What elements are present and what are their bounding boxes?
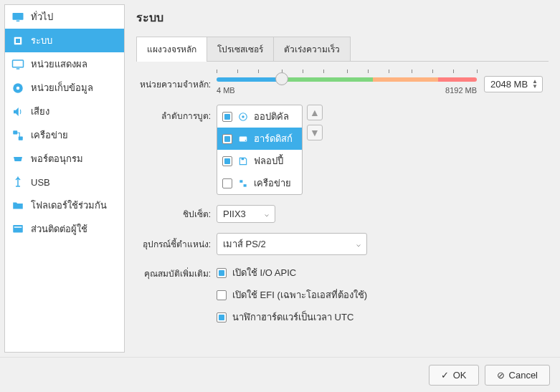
harddisk-icon xyxy=(237,133,249,145)
tab-acceleration[interactable]: ตัวเร่งความเร็ว xyxy=(273,37,351,61)
cancel-button[interactable]: ⊘ Cancel xyxy=(485,365,550,386)
checkbox[interactable] xyxy=(217,290,227,300)
boot-row: ลำดับการบูต: ออปติคัล ฮาร์ดดิสก์ xyxy=(136,105,543,195)
usb-icon xyxy=(11,175,25,189)
checkbox[interactable] xyxy=(217,312,227,322)
footer: ✓ OK ⊘ Cancel xyxy=(0,357,560,392)
extended-label: คุณสมบัติเพิ่มเติม: xyxy=(136,265,217,280)
cancel-icon: ⊘ xyxy=(497,370,505,381)
svg-rect-4 xyxy=(13,60,24,67)
tabs: แผงวงจรหลัก โปรเซสเซอร์ ตัวเร่งความเร็ว xyxy=(136,37,549,62)
network-boot-icon xyxy=(237,178,249,189)
cancel-label: Cancel xyxy=(509,370,538,381)
sidebar-label: ระบบ xyxy=(31,33,52,48)
boot-item-harddisk[interactable]: ฮาร์ดดิสก์ xyxy=(217,128,302,150)
svg-rect-10 xyxy=(13,225,23,233)
slider-thumb[interactable] xyxy=(275,72,288,85)
tab-content: หน่วยความจำหลัก: 4 MB 8192 MB 2048 MB xyxy=(136,62,549,348)
boot-checkbox[interactable] xyxy=(222,156,232,166)
chipset-value: PIIX3 xyxy=(223,209,246,219)
sidebar-item-network[interactable]: เครือข่าย xyxy=(5,123,124,147)
sidebar-item-shared[interactable]: โฟลเดอร์ใช้ร่วมกัน xyxy=(5,193,124,217)
memory-min: 4 MB xyxy=(217,86,235,95)
svg-point-7 xyxy=(16,86,20,90)
chevron-down-icon: ⌵ xyxy=(265,210,269,218)
sidebar-label: ส่วนติดต่อผู้ใช้ xyxy=(31,221,87,236)
sidebar-item-serial[interactable]: พอร์ตอนุกรม xyxy=(5,147,124,171)
optical-icon xyxy=(237,111,249,123)
svg-rect-9 xyxy=(19,136,23,140)
boot-label: ลำดับการบูต: xyxy=(136,105,217,123)
boot-move-down-button[interactable]: ▼ xyxy=(307,125,323,140)
boot-item-label: ฮาร์ดดิสก์ xyxy=(254,131,293,146)
svg-rect-16 xyxy=(242,158,245,160)
tab-motherboard[interactable]: แผงวงจรหลัก xyxy=(136,37,207,61)
floppy-icon xyxy=(237,156,249,167)
svg-point-13 xyxy=(242,115,245,118)
pointing-value: เมาส์ PS/2 xyxy=(223,236,266,252)
boot-checkbox[interactable] xyxy=(222,134,232,144)
boot-item-label: ฟลอปปี้ xyxy=(254,153,283,168)
svg-rect-0 xyxy=(13,13,24,20)
svg-rect-1 xyxy=(16,20,20,21)
utc-label: นาฬิกาฮาร์ดแวร์เป็นเวลา UTC xyxy=(232,310,353,325)
sidebar-label: โฟลเดอร์ใช้ร่วมกัน xyxy=(31,198,107,213)
check-icon: ✓ xyxy=(441,370,449,381)
sidebar-item-system[interactable]: ระบบ xyxy=(5,29,124,52)
svg-rect-5 xyxy=(16,68,20,70)
sidebar-label: หน่วยแสดงผล xyxy=(31,57,87,72)
tab-processor[interactable]: โปรเซสเซอร์ xyxy=(207,37,274,61)
efi-label: เปิดใช้ EFI (เฉพาะโอเอสที่ต้องใช้) xyxy=(232,287,367,302)
sidebar-item-display[interactable]: หน่วยแสดงผล xyxy=(5,52,124,76)
boot-item-label: เครือข่าย xyxy=(254,176,291,191)
ui-icon xyxy=(11,222,25,236)
boot-order-list[interactable]: ออปติคัล ฮาร์ดดิสก์ ฟลอปปี้ xyxy=(217,105,303,195)
sidebar-label: หน่วยเก็บข้อมูล xyxy=(31,80,93,95)
extended-row: คุณสมบัติเพิ่มเติม: เปิดใช้ I/O APIC เปิ… xyxy=(136,265,543,332)
boot-item-network[interactable]: เครือข่าย xyxy=(217,172,302,194)
boot-checkbox[interactable] xyxy=(222,112,232,122)
ioapic-checkbox-row[interactable]: เปิดใช้ I/O APIC xyxy=(217,265,367,280)
sidebar-label: เครือข่าย xyxy=(31,128,68,143)
utc-checkbox-row[interactable]: นาฬิกาฮาร์ดแวร์เป็นเวลา UTC xyxy=(217,310,367,325)
svg-rect-11 xyxy=(14,226,22,228)
sidebar-item-ui[interactable]: ส่วนติดต่อผู้ใช้ xyxy=(5,217,124,241)
network-icon xyxy=(11,128,25,143)
memory-value: 2048 MB xyxy=(489,79,528,90)
ok-button[interactable]: ✓ OK xyxy=(429,365,479,386)
sidebar-label: ทั่วไป xyxy=(31,9,53,24)
sidebar-item-storage[interactable]: หน่วยเก็บข้อมูล xyxy=(5,76,124,100)
chipset-select[interactable]: PIIX3 ⌵ xyxy=(217,205,275,223)
ioapic-label: เปิดใช้ I/O APIC xyxy=(232,265,296,280)
ok-label: OK xyxy=(453,370,467,381)
chipset-label: ชิปเซ็ต: xyxy=(136,207,217,221)
boot-item-optical[interactable]: ออปติคัล xyxy=(217,105,302,128)
sidebar: ทั่วไป ระบบ หน่วยแสดงผล หน่วยเก็บข้อมูล … xyxy=(4,4,125,353)
spinbox-arrows[interactable]: ▲▼ xyxy=(532,79,538,89)
memory-slider[interactable]: 4 MB 8192 MB xyxy=(217,73,477,95)
boot-item-label: ออปติคัล xyxy=(254,109,289,124)
memory-row: หน่วยความจำหลัก: 4 MB 8192 MB 2048 MB xyxy=(136,73,543,95)
svg-rect-3 xyxy=(16,39,20,43)
sidebar-label: เสียง xyxy=(31,104,49,119)
boot-checkbox[interactable] xyxy=(222,178,232,188)
chip-icon xyxy=(11,34,25,48)
sidebar-item-audio[interactable]: เสียง xyxy=(5,100,124,123)
serial-icon xyxy=(11,152,25,166)
display-icon xyxy=(11,57,25,72)
pointing-select[interactable]: เมาส์ PS/2 ⌵ xyxy=(217,233,367,255)
sidebar-label: USB xyxy=(31,177,50,188)
storage-icon xyxy=(11,81,25,95)
sidebar-item-usb[interactable]: USB xyxy=(5,171,124,193)
chevron-down-icon: ⌵ xyxy=(356,240,361,248)
checkbox[interactable] xyxy=(217,268,227,278)
page-title: ระบบ xyxy=(136,9,549,27)
efi-checkbox-row[interactable]: เปิดใช้ EFI (เฉพาะโอเอสที่ต้องใช้) xyxy=(217,287,367,302)
svg-rect-17 xyxy=(239,180,242,183)
memory-spinbox[interactable]: 2048 MB ▲▼ xyxy=(484,76,543,92)
chipset-row: ชิปเซ็ต: PIIX3 ⌵ xyxy=(136,205,543,223)
boot-item-floppy[interactable]: ฟลอปปี้ xyxy=(217,150,302,172)
boot-move-up-button[interactable]: ▲ xyxy=(307,105,323,120)
folder-icon xyxy=(11,199,25,213)
sidebar-item-general[interactable]: ทั่วไป xyxy=(5,5,124,29)
